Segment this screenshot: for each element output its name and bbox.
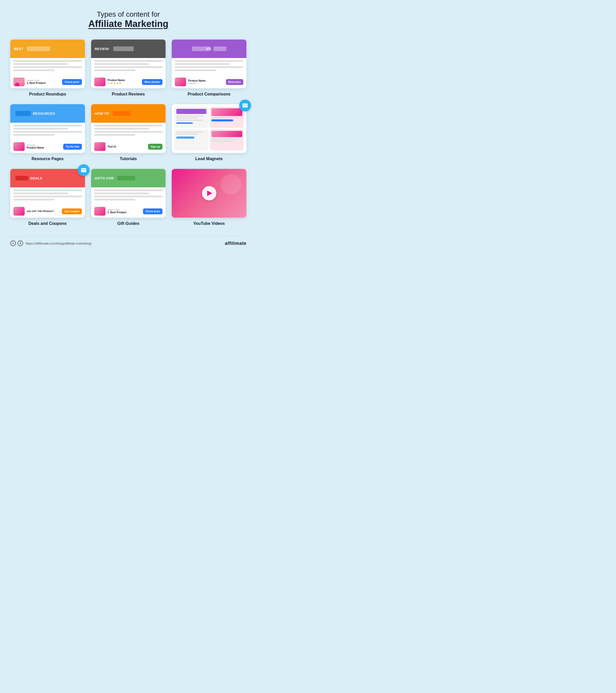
- banner-label-roundups: BEST: [14, 47, 23, 51]
- card-cell-product-reviews: REVIEW: Product Name ★★★★★ More photos: [91, 40, 166, 97]
- title-section: Types of content for Affiliate Marketing: [88, 10, 168, 29]
- product-meta-roundups: (Editor's Pick): [27, 79, 60, 82]
- lead-blue-btn: [176, 137, 194, 139]
- lead-mini-header-1: [176, 109, 206, 114]
- lead-thumb-1: [212, 108, 242, 116]
- card-lines-tutorials: [94, 125, 163, 136]
- c-line-4: [175, 69, 216, 71]
- product-row-comparisons: Product Name (Winner) Best price: [175, 78, 243, 86]
- card-label-product-comparisons: Product Comparisons: [187, 92, 231, 97]
- card-cell-deals-coupons: DEALS 10% OFF THE PRODUCT Use coupon: [10, 169, 85, 226]
- card-banner-comparisons: VS.: [172, 40, 246, 58]
- r-line-2: [94, 63, 149, 65]
- deals-line-3: [13, 196, 82, 197]
- card-tutorials: HOW TO Tool #1 Sign up: [91, 104, 166, 153]
- lead-line-br1: [212, 138, 239, 139]
- card-product-reviews: REVIEW: Product Name ★★★★★ More photos: [91, 40, 166, 88]
- tut-line-1: [94, 125, 163, 126]
- page-subtitle: Types of content for: [88, 10, 168, 19]
- lead-line-2: [176, 118, 197, 119]
- deals-line-4: [13, 199, 55, 200]
- footer-icons: © ℹ: [10, 240, 23, 246]
- lead-line-r1: [212, 117, 239, 118]
- stars-reviews: ★★★★★: [107, 82, 140, 85]
- line-2: [13, 63, 68, 65]
- line-1: [13, 60, 82, 62]
- lead-thumb-2: [212, 131, 242, 137]
- card-lines-comparisons: [175, 60, 243, 71]
- product-info-comparisons: Product Name (Winner): [188, 79, 223, 84]
- sign-up-button[interactable]: Sign up: [148, 144, 163, 150]
- gift-line-2: [94, 193, 149, 194]
- product-meta-gifts: (Editor's Pick): [107, 209, 141, 211]
- card-banner-deals: DEALS: [10, 169, 85, 187]
- try-for-free-button[interactable]: Try for free: [63, 144, 82, 150]
- product-thumb-tutorials: [94, 142, 105, 151]
- product-meta-resources: (Favorite): [27, 144, 61, 146]
- product-thumb-roundups: [13, 78, 25, 86]
- card-cell-lead-magnets: Lead Magnets: [172, 104, 246, 161]
- product-info-resources: (Favorite) Product Name: [27, 144, 61, 149]
- email-icon: [242, 102, 248, 108]
- product-info-tutorials: Tool #1: [107, 145, 146, 148]
- product-info-deals: 10% OFF THE PRODUCT: [27, 210, 60, 213]
- best-price-button[interactable]: Best price: [226, 79, 243, 85]
- footer: © ℹ https://affilimate.com/blog/affiliat…: [10, 236, 246, 246]
- card-cell-tutorials: HOW TO Tool #1 Sign up Tut: [91, 104, 166, 161]
- banner-label-resources: RESOURCES: [33, 112, 55, 116]
- lead-mini-btn-1: [212, 119, 233, 121]
- tut-line-4: [94, 134, 135, 136]
- card-gift-guides: GIFTS FOR (Editor's Pick) 1. Best Produc…: [91, 169, 166, 218]
- card-body-resources: (Favorite) Product Name Try for free: [10, 123, 85, 153]
- page-title: Affiliate Marketing: [88, 19, 168, 29]
- gift-line-4: [94, 199, 135, 200]
- c-line-3: [175, 66, 243, 68]
- product-thumb-deals: [13, 207, 25, 216]
- card-product-comparisons: VS. Product Name (Winner) Best price: [172, 40, 246, 88]
- content-grid: BEST (Editor's Pick) 1. Best Product Ch: [10, 40, 246, 226]
- card-banner-tutorials: HOW TO: [91, 104, 166, 123]
- card-cell-gift-guides: GIFTS FOR (Editor's Pick) 1. Best Produc…: [91, 169, 166, 226]
- res-line-1: [13, 125, 82, 126]
- product-row-tutorials: Tool #1 Sign up: [94, 142, 163, 151]
- footer-left: © ℹ https://affilimate.com/blog/affiliat…: [10, 240, 92, 246]
- product-name-reviews: Product Name: [107, 79, 140, 82]
- res-line-4: [13, 134, 55, 136]
- card-label-product-roundups: Product Roundups: [29, 92, 66, 97]
- product-row-resources: (Favorite) Product Name Try for free: [13, 142, 82, 151]
- product-info-gifts: (Editor's Pick) 1. Best Product: [107, 209, 141, 214]
- more-photos-button[interactable]: More photos: [142, 79, 162, 85]
- lead-mini-bottom-left: [174, 130, 208, 151]
- card-banner-reviews: REVIEW:: [91, 40, 166, 58]
- card-resource-pages: RESOURCES (Favorite) Product Name Try fo…: [10, 104, 85, 153]
- banner-label-gifts: GIFTS FOR: [95, 176, 114, 180]
- banner-block-tutorials: [113, 111, 131, 116]
- footer-url: https://affilimate.com/blog/affiliate-ma…: [26, 241, 92, 245]
- card-product-roundups: BEST (Editor's Pick) 1. Best Product Ch: [10, 40, 85, 88]
- product-name-tutorials: Tool #1: [107, 145, 146, 148]
- card-lead-magnets: [172, 104, 246, 153]
- use-coupon-button[interactable]: Use coupon: [62, 209, 82, 214]
- card-cell-product-roundups: BEST (Editor's Pick) 1. Best Product Ch: [10, 40, 85, 97]
- product-row-roundups: (Editor's Pick) 1. Best Product Check pr…: [13, 78, 82, 86]
- check-price-button-roundups[interactable]: Check price: [62, 79, 82, 85]
- banner-block-deals: [15, 176, 28, 180]
- check-price-button-gifts[interactable]: Check price: [143, 209, 163, 214]
- banner-vs-label: VS.: [206, 47, 212, 51]
- product-row-reviews: Product Name ★★★★★ More photos: [94, 78, 163, 86]
- card-label-product-reviews: Product Reviews: [112, 92, 145, 97]
- deals-line-2: [13, 193, 68, 194]
- r-line-3: [94, 66, 163, 68]
- r-line-1: [94, 60, 163, 62]
- product-name-resources: Product Name: [27, 146, 61, 149]
- card-youtube: [172, 169, 246, 218]
- product-info-roundups: (Editor's Pick) 1. Best Product: [27, 79, 60, 84]
- card-banner-roundups: BEST: [10, 40, 85, 58]
- play-button[interactable]: [202, 186, 216, 200]
- card-lines-reviews: [94, 60, 163, 71]
- banner-block-resource: [15, 111, 31, 116]
- card-cell-youtube: YouTube Videos: [172, 169, 246, 226]
- winner-label: (Winner): [188, 82, 223, 84]
- email-badge-lead: [239, 100, 251, 112]
- card-body-roundups: (Editor's Pick) 1. Best Product Check pr…: [10, 58, 85, 88]
